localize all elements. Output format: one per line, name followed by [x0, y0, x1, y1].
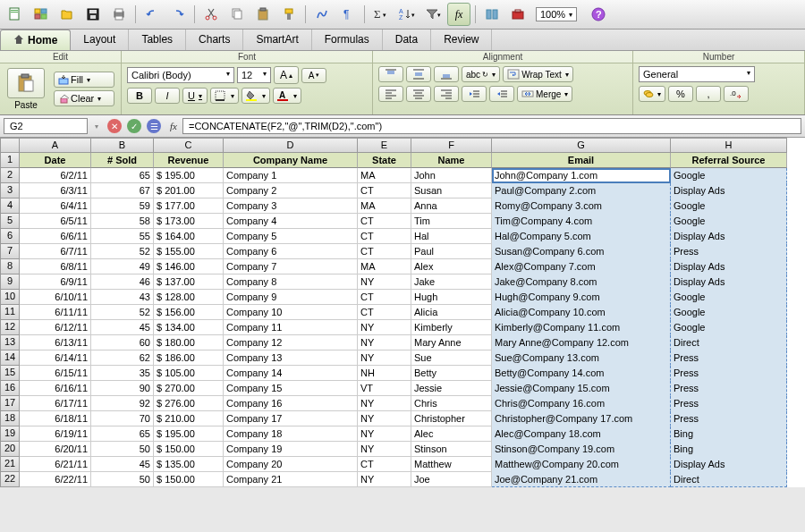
cell-E20[interactable]: NY	[358, 442, 411, 457]
cell-E7[interactable]: CT	[358, 244, 411, 259]
cell-F2[interactable]: John	[411, 168, 492, 183]
name-box[interactable]: G2	[4, 118, 88, 134]
cell-A2[interactable]: 6/2/11	[20, 168, 91, 183]
cell-A14[interactable]: 6/14/11	[20, 350, 91, 366]
cell-D15[interactable]: Company 14	[224, 366, 358, 381]
cell-E15[interactable]: NH	[358, 366, 411, 381]
toolbox-icon[interactable]	[506, 3, 530, 26]
cell-G2[interactable]: John@Company 1.com	[492, 168, 671, 183]
help-icon[interactable]: ?	[587, 3, 610, 26]
cell-D19[interactable]: Company 18	[224, 426, 358, 442]
font-size-select[interactable]: 12▾	[237, 67, 271, 83]
cell-G4[interactable]: Romy@Company 3.com	[492, 198, 671, 214]
cell-F22[interactable]: Joe	[411, 472, 492, 487]
row-header-8[interactable]: 8	[0, 259, 20, 274]
cell-G20[interactable]: Stinson@Company 19.com	[492, 442, 671, 457]
col-header-H[interactable]: H	[671, 138, 787, 153]
cut-icon[interactable]	[199, 3, 223, 26]
zoom-select[interactable]: 100%▾	[536, 7, 577, 21]
cell-H7[interactable]: Press	[671, 244, 787, 259]
tab-tables[interactable]: Tables	[129, 30, 186, 50]
cell-E2[interactable]: MA	[358, 168, 411, 183]
cell-G9[interactable]: Jake@Company 8.com	[492, 274, 671, 290]
cell-E19[interactable]: NY	[358, 426, 411, 442]
cell-H16[interactable]: Press	[671, 381, 787, 396]
cell-A4[interactable]: 6/4/11	[20, 198, 91, 214]
cell-D10[interactable]: Company 9	[224, 290, 358, 305]
header-cell[interactable]: Name	[411, 153, 492, 168]
cell-B16[interactable]: 90	[91, 381, 154, 396]
cell-D11[interactable]: Company 10	[224, 305, 358, 320]
cell-B7[interactable]: 52	[91, 244, 154, 259]
cell-B3[interactable]: 67	[91, 183, 154, 198]
filter-icon[interactable]: ▾	[421, 3, 445, 26]
cell-B9[interactable]: 46	[91, 274, 154, 290]
cell-A11[interactable]: 6/11/11	[20, 305, 91, 320]
cell-B11[interactable]: 52	[91, 305, 154, 320]
cell-C10[interactable]: $ 128.00	[154, 290, 224, 305]
cell-F11[interactable]: Alicia	[411, 305, 492, 320]
header-cell[interactable]: # Sold	[91, 153, 154, 168]
cell-C13[interactable]: $ 180.00	[154, 335, 224, 350]
row-header-16[interactable]: 16	[0, 381, 20, 396]
cell-C3[interactable]: $ 201.00	[154, 183, 224, 198]
cell-F10[interactable]: Hugh	[411, 290, 492, 305]
cell-C18[interactable]: $ 210.00	[154, 411, 224, 426]
cell-D12[interactable]: Company 11	[224, 320, 358, 335]
row-header-17[interactable]: 17	[0, 396, 20, 411]
cell-D21[interactable]: Company 20	[224, 457, 358, 472]
cell-D22[interactable]: Company 21	[224, 472, 358, 487]
cell-H17[interactable]: Press	[671, 396, 787, 411]
row-header-6[interactable]: 6	[0, 229, 20, 244]
cell-F12[interactable]: Kimberly	[411, 320, 492, 335]
cell-B6[interactable]: 55	[91, 229, 154, 244]
redo-icon[interactable]	[166, 3, 190, 26]
cell-B5[interactable]: 58	[91, 214, 154, 229]
cell-H21[interactable]: Display Ads	[671, 457, 787, 472]
row-header-3[interactable]: 3	[0, 183, 20, 198]
row-header-7[interactable]: 7	[0, 244, 20, 259]
cell-G10[interactable]: Hugh@Company 9.com	[492, 290, 671, 305]
new-icon[interactable]	[4, 3, 27, 26]
header-cell[interactable]: Date	[20, 153, 91, 168]
insert-function-button[interactable]: ☰	[147, 119, 161, 133]
cell-H15[interactable]: Press	[671, 366, 787, 381]
cell-F19[interactable]: Alec	[411, 426, 492, 442]
row-header-10[interactable]: 10	[0, 290, 20, 305]
cell-G5[interactable]: Tim@Company 4.com	[492, 214, 671, 229]
align-top-button[interactable]	[378, 66, 403, 82]
col-header-C[interactable]: C	[154, 138, 224, 153]
clear-button[interactable]: Clear▾	[54, 90, 114, 106]
cell-C9[interactable]: $ 137.00	[154, 274, 224, 290]
row-header-5[interactable]: 5	[0, 214, 20, 229]
cell-G8[interactable]: Alex@Company 7.com	[492, 259, 671, 274]
undo-icon[interactable]	[140, 3, 164, 26]
col-header-G[interactable]: G	[492, 138, 671, 153]
cell-A8[interactable]: 6/8/11	[20, 259, 91, 274]
cell-F21[interactable]: Matthew	[411, 457, 492, 472]
orientation-button[interactable]: abc↻▾	[462, 66, 500, 82]
cell-F13[interactable]: Mary Anne	[411, 335, 492, 350]
cell-A21[interactable]: 6/21/11	[20, 457, 91, 472]
cell-G12[interactable]: Kimberly@Company 11.com	[492, 320, 671, 335]
cell-C14[interactable]: $ 186.00	[154, 350, 224, 366]
formula-input[interactable]: =CONCATENATE(F2,"@",TRIM(D2),".com")	[182, 118, 801, 134]
cell-G17[interactable]: Chris@Company 16.com	[492, 396, 671, 411]
row-header-22[interactable]: 22	[0, 472, 20, 487]
cell-E21[interactable]: CT	[358, 457, 411, 472]
templates-icon[interactable]	[30, 3, 53, 26]
col-header-B[interactable]: B	[91, 138, 154, 153]
tab-formulas[interactable]: Formulas	[312, 30, 383, 50]
cell-A10[interactable]: 6/10/11	[20, 290, 91, 305]
cell-D3[interactable]: Company 2	[224, 183, 358, 198]
cell-H20[interactable]: Bing	[671, 442, 787, 457]
cell-A15[interactable]: 6/15/11	[20, 366, 91, 381]
cell-C7[interactable]: $ 155.00	[154, 244, 224, 259]
cell-C15[interactable]: $ 105.00	[154, 366, 224, 381]
cell-F4[interactable]: Anna	[411, 198, 492, 214]
cell-C12[interactable]: $ 134.00	[154, 320, 224, 335]
cell-G15[interactable]: Betty@Company 14.com	[492, 366, 671, 381]
row-header-15[interactable]: 15	[0, 366, 20, 381]
cell-H10[interactable]: Google	[671, 290, 787, 305]
shrink-font-button[interactable]: A▾	[301, 68, 326, 83]
